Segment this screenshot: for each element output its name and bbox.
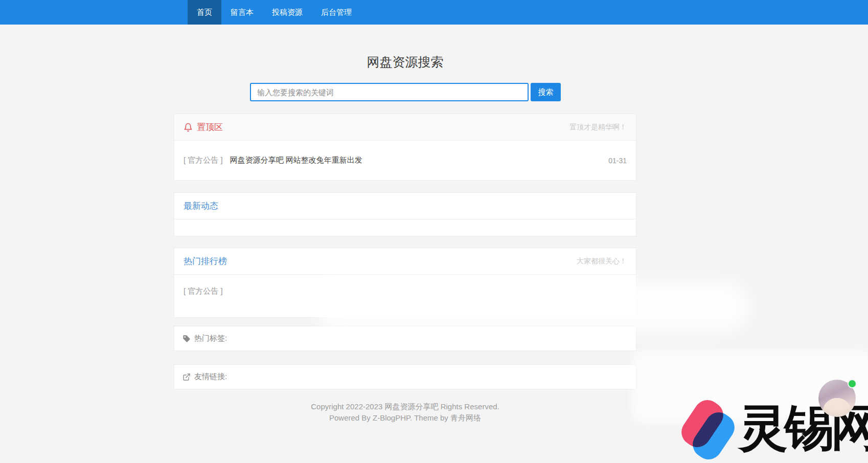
chat-avatar[interactable] <box>818 380 856 417</box>
external-link-icon <box>182 373 191 381</box>
tag-icon <box>182 335 191 343</box>
latest-section-title: 最新动态 <box>184 200 218 212</box>
hot-section-body: [ 官方公告 ] <box>174 275 636 296</box>
nav-item-submit-resource[interactable]: 投稿资源 <box>263 0 312 25</box>
pinned-section-subtitle: 置顶才是精华啊！ <box>569 123 627 132</box>
nav-item-home[interactable]: 首页 <box>188 0 221 25</box>
pinned-announcement-row[interactable]: [ 官方公告 ] 网盘资源分享吧 网站整改兔年重新出发 01-31 <box>174 141 636 180</box>
pinned-section-card: 置顶区 置顶才是精华啊！ [ 官方公告 ] 网盘资源分享吧 网站整改兔年重新出发… <box>174 114 636 181</box>
pinned-section-title: 置顶区 <box>197 121 223 133</box>
hot-tags-card: 热门标签: <box>174 326 636 351</box>
bell-icon <box>184 123 193 132</box>
page-title: 网盘资源搜索 <box>174 54 636 71</box>
top-navbar: 首页 留言本 投稿资源 后台管理 <box>0 0 868 25</box>
nav-menu: 首页 留言本 投稿资源 后台管理 <box>188 0 868 25</box>
search-bar: 搜索 <box>250 83 561 101</box>
pinned-section-header: 置顶区 置顶才是精华啊！ <box>174 114 636 141</box>
hot-item-category: [ 官方公告 ] <box>184 286 223 295</box>
hot-section-card: 热门排行榜 大家都很关心！ [ 官方公告 ] <box>174 248 636 318</box>
announcement-title[interactable]: 网盘资源分享吧 网站整改兔年重新出发 <box>230 156 362 165</box>
footer-powered-by: Powered By Z-BlogPHP. Theme by 青舟网络 <box>174 412 636 424</box>
friend-links-label: 友情链接: <box>194 372 227 382</box>
latest-section-card: 最新动态 <box>174 192 636 236</box>
online-status-dot <box>848 379 857 388</box>
latest-section-header: 最新动态 <box>174 193 636 219</box>
announcement-category: [ 官方公告 ] <box>184 156 223 165</box>
search-input[interactable] <box>250 83 529 101</box>
hot-section-title: 热门排行榜 <box>184 255 227 267</box>
footer-copyright: Copyright 2022-2023 网盘资源分享吧 Rights Reser… <box>174 401 636 412</box>
nav-item-admin[interactable]: 后台管理 <box>312 0 361 25</box>
footer: Copyright 2022-2023 网盘资源分享吧 Rights Reser… <box>174 401 636 424</box>
brand-logo-icon <box>688 397 733 463</box>
announcement-date: 01-31 <box>608 157 627 165</box>
friend-links-card: 友情链接: <box>174 364 636 389</box>
nav-item-guestbook[interactable]: 留言本 <box>221 0 263 25</box>
hot-tags-label: 热门标签: <box>194 334 227 343</box>
hot-section-subtitle: 大家都很关心！ <box>577 257 627 266</box>
hot-section-header: 热门排行榜 大家都很关心！ <box>174 248 636 275</box>
latest-empty-body <box>174 219 636 236</box>
search-button[interactable]: 搜索 <box>531 83 561 101</box>
